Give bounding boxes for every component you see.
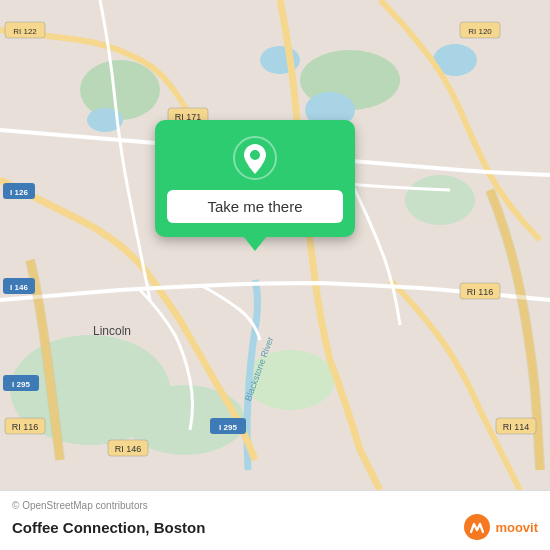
moovit-logo: moovit [463, 513, 538, 541]
map-attribution: © OpenStreetMap contributors [12, 500, 538, 511]
svg-text:I 126: I 126 [10, 188, 28, 197]
svg-point-5 [80, 60, 160, 120]
bottom-bar: © OpenStreetMap contributors Coffee Conn… [0, 490, 550, 550]
svg-text:RI 122: RI 122 [13, 27, 37, 36]
svg-text:I 295: I 295 [219, 423, 237, 432]
svg-point-36 [250, 150, 260, 160]
svg-text:I 295: I 295 [12, 380, 30, 389]
svg-text:RI 116: RI 116 [467, 287, 494, 297]
svg-point-37 [464, 514, 490, 540]
location-info: Coffee Connection, Boston moovit [12, 513, 538, 541]
map-popup: Take me there [155, 120, 355, 237]
svg-text:RI 120: RI 120 [468, 27, 492, 36]
location-pin-icon [233, 136, 277, 180]
svg-text:RI 114: RI 114 [503, 422, 530, 432]
svg-text:RI 116: RI 116 [12, 422, 39, 432]
svg-text:RI 146: RI 146 [115, 444, 142, 454]
svg-text:I 146: I 146 [10, 283, 28, 292]
svg-point-4 [405, 175, 475, 225]
moovit-text: moovit [495, 520, 538, 535]
map-container: RI 122 RI 120 I 126 RI 171 I 146 I 295 R… [0, 0, 550, 490]
take-me-there-button[interactable]: Take me there [167, 190, 343, 223]
moovit-icon [463, 513, 491, 541]
location-name: Coffee Connection, Boston [12, 519, 205, 536]
svg-text:Lincoln: Lincoln [93, 324, 131, 338]
